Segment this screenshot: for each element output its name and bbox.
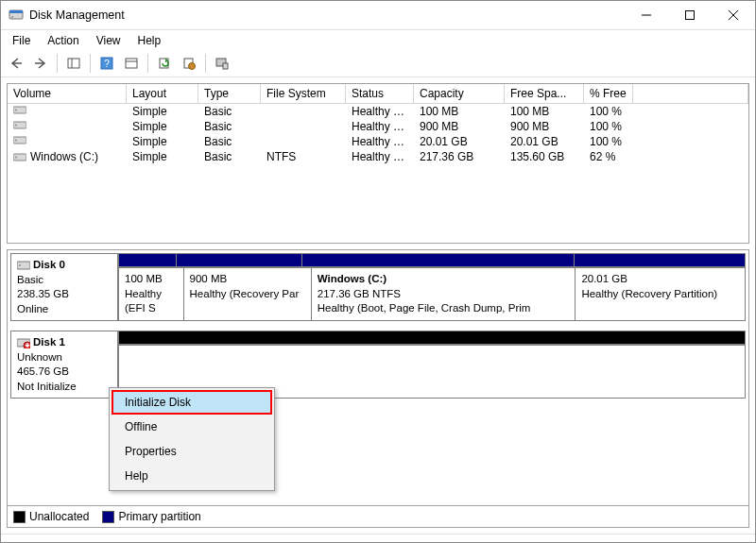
disk0-state: Online xyxy=(17,302,112,317)
disk0-type: Basic xyxy=(17,273,112,288)
disk-icon xyxy=(17,260,30,271)
legend-unallocated: Unallocated xyxy=(13,510,89,523)
col-capacity[interactable]: Capacity xyxy=(414,84,505,104)
svg-point-21 xyxy=(15,125,17,127)
disk1-label[interactable]: Disk 1 Unknown 465.76 GB Not Initialize xyxy=(10,331,118,399)
volume-icon xyxy=(13,105,30,115)
svg-point-2 xyxy=(11,16,13,18)
minimize-button[interactable] xyxy=(625,1,668,29)
col-pct[interactable]: % Free xyxy=(584,84,633,104)
app-icon xyxy=(9,8,24,23)
col-free[interactable]: Free Spa... xyxy=(505,84,584,104)
disk1-state: Not Initialize xyxy=(17,380,112,395)
volume-icon xyxy=(13,135,30,145)
svg-rect-7 xyxy=(68,59,79,68)
back-button[interactable] xyxy=(5,52,27,75)
col-fs[interactable]: File System xyxy=(261,84,346,104)
table-row[interactable]: SimpleBasicHealthy (R...900 MB900 MB100 … xyxy=(8,119,748,134)
refresh-button[interactable] xyxy=(153,52,176,75)
pane-icon xyxy=(67,58,80,69)
disk0-size: 238.35 GB xyxy=(17,287,112,302)
svg-point-15 xyxy=(189,63,196,70)
disk1-name: Disk 1 xyxy=(33,335,65,350)
window-title: Disk Management xyxy=(29,8,625,22)
disk1-type: Unknown xyxy=(17,350,112,365)
arrow-left-icon xyxy=(9,58,23,69)
col-status[interactable]: Status xyxy=(346,84,414,104)
svg-point-23 xyxy=(15,140,17,142)
refresh-icon xyxy=(158,57,171,70)
ctx-properties[interactable]: Properties xyxy=(112,439,272,464)
disk0-partitions: 100 MBHealthy (EFI S900 MBHealthy (Recov… xyxy=(118,253,746,321)
close-button[interactable] xyxy=(712,1,755,29)
col-layout[interactable]: Layout xyxy=(127,84,198,104)
ctx-initialize-disk[interactable]: Initialize Disk xyxy=(112,390,272,415)
partition-box[interactable]: 900 MBHealthy (Recovery Par xyxy=(184,267,312,321)
ctx-offline[interactable]: Offline xyxy=(112,415,272,439)
ctx-help[interactable]: Help xyxy=(112,464,272,488)
titlebar: Disk Management xyxy=(1,1,755,30)
menu-help[interactable]: Help xyxy=(130,32,169,49)
disk-uninit-icon xyxy=(17,337,30,348)
disk1-size: 465.76 GB xyxy=(17,365,112,380)
showhide-button[interactable] xyxy=(62,52,85,75)
volume-icon: Windows (C:) xyxy=(13,150,98,163)
minimize-icon xyxy=(642,10,651,20)
partition-box[interactable]: Windows (C:)217.36 GB NTFSHealthy (Boot,… xyxy=(312,267,576,321)
svg-text:?: ? xyxy=(104,59,110,69)
legend-primary: Primary partition xyxy=(102,510,200,523)
svg-rect-4 xyxy=(686,11,695,20)
forward-button[interactable] xyxy=(29,52,52,75)
col-spacer xyxy=(633,84,748,104)
svg-point-25 xyxy=(15,156,17,158)
svg-point-27 xyxy=(19,264,21,266)
col-volume[interactable]: Volume xyxy=(8,84,127,104)
menu-action[interactable]: Action xyxy=(40,32,86,49)
rescan-button[interactable] xyxy=(178,52,200,75)
disk-management-window: Disk Management File Action View Help ? xyxy=(0,0,756,543)
properties-icon xyxy=(125,58,138,69)
partition-box[interactable]: 20.01 GBHealthy (Recovery Partition) xyxy=(576,267,746,321)
volume-icon xyxy=(13,120,30,130)
context-menu: Initialize Disk Offline Properties Help xyxy=(109,387,275,491)
maximize-icon xyxy=(685,10,695,20)
statusbar xyxy=(1,534,755,542)
table-row[interactable]: Windows (C:)SimpleBasicNTFSHealthy (B...… xyxy=(8,149,748,166)
volume-list-body[interactable]: SimpleBasicHealthy (E...100 MB100 MB100 … xyxy=(8,104,748,243)
legend: Unallocated Primary partition xyxy=(7,506,749,528)
maximize-button[interactable] xyxy=(668,1,712,29)
volume-list-header: Volume Layout Type File System Status Ca… xyxy=(8,84,748,104)
disk0-name: Disk 0 xyxy=(33,258,65,273)
computer-icon xyxy=(215,57,229,70)
svg-rect-11 xyxy=(126,59,137,68)
toolbar: ? xyxy=(1,50,755,77)
menu-file[interactable]: File xyxy=(5,32,38,49)
properties-button[interactable] xyxy=(120,52,143,75)
disk0-label[interactable]: Disk 0 Basic 238.35 GB Online xyxy=(10,253,118,321)
help-button[interactable]: ? xyxy=(95,52,118,75)
svg-point-19 xyxy=(15,110,17,111)
volume-list-panel: Volume Layout Type File System Status Ca… xyxy=(7,83,749,244)
table-row[interactable]: SimpleBasicHealthy (R...20.01 GB20.01 GB… xyxy=(8,134,748,149)
arrow-right-icon xyxy=(34,58,47,69)
table-row[interactable]: SimpleBasicHealthy (E...100 MB100 MB100 … xyxy=(8,104,748,119)
col-type[interactable]: Type xyxy=(198,84,261,104)
rescan-icon xyxy=(182,57,196,70)
menubar: File Action View Help xyxy=(1,30,755,50)
more-button[interactable] xyxy=(211,52,233,75)
menu-view[interactable]: View xyxy=(89,32,129,49)
svg-rect-1 xyxy=(9,10,23,13)
close-icon xyxy=(729,10,738,20)
svg-rect-17 xyxy=(223,63,228,69)
help-icon: ? xyxy=(100,57,113,70)
disk-row-0[interactable]: Disk 0 Basic 238.35 GB Online 100 MBHeal… xyxy=(10,253,746,321)
partition-box[interactable]: 100 MBHealthy (EFI S xyxy=(118,267,184,321)
